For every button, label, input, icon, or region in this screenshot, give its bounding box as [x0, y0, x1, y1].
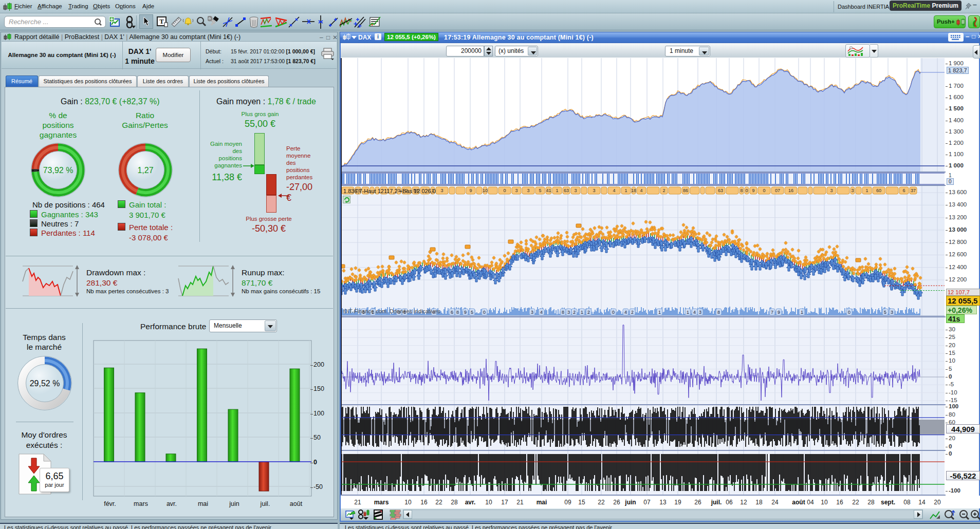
- svg-text:37: 37: [911, 188, 916, 193]
- svg-text:9: 9: [464, 310, 467, 315]
- svg-text:2: 2: [587, 310, 590, 315]
- svg-text:9: 9: [469, 188, 472, 193]
- svg-text:9: 9: [752, 188, 754, 193]
- svg-text:2: 2: [573, 310, 576, 315]
- svg-text:07: 07: [775, 188, 780, 193]
- svg-text:1: 1: [556, 188, 558, 193]
- svg-text:3: 3: [851, 188, 854, 193]
- svg-text:3: 3: [699, 310, 701, 315]
- svg-text:8: 8: [740, 188, 743, 193]
- svg-text:16: 16: [788, 188, 793, 193]
- svg-text:7: 7: [771, 310, 773, 315]
- svg-text:T: T: [159, 17, 164, 25]
- svg-text:0: 0: [745, 188, 748, 193]
- svg-text:4: 4: [693, 310, 696, 315]
- svg-text:4: 4: [640, 188, 642, 193]
- svg-text:3: 3: [527, 188, 529, 193]
- svg-text:5: 5: [884, 310, 886, 315]
- svg-text:73,92 %: 73,92 %: [43, 166, 73, 175]
- svg-text:1: 1: [658, 310, 661, 315]
- svg-text:41: 41: [546, 188, 551, 193]
- svg-text:86: 86: [683, 188, 688, 193]
- svg-text:9: 9: [778, 310, 780, 315]
- svg-text:1: 1: [687, 310, 689, 315]
- svg-text:5: 5: [539, 188, 541, 193]
- svg-text:1: 1: [624, 188, 627, 193]
- svg-text:63: 63: [564, 188, 569, 193]
- svg-text:6: 6: [451, 310, 453, 315]
- svg-text:0: 0: [612, 310, 615, 315]
- svg-text:1,27: 1,27: [137, 166, 153, 175]
- svg-text:3: 3: [567, 310, 570, 315]
- svg-text:0: 0: [503, 188, 506, 193]
- svg-text:5: 5: [471, 310, 473, 315]
- svg-text:4: 4: [540, 310, 543, 315]
- svg-text:2: 2: [631, 310, 634, 315]
- svg-text:1: 1: [801, 310, 803, 315]
- svg-text:0: 0: [848, 310, 850, 315]
- svg-text:8: 8: [717, 310, 720, 315]
- svg-text:63: 63: [718, 188, 723, 193]
- svg-text:60: 60: [876, 188, 881, 193]
- svg-text:10: 10: [483, 188, 488, 193]
- svg-text:3: 3: [440, 188, 443, 193]
- svg-text:1: 1: [865, 188, 868, 193]
- svg-text:3: 3: [574, 188, 577, 193]
- svg-text:0: 0: [483, 310, 486, 315]
- svg-text:4: 4: [613, 188, 615, 193]
- svg-text:3: 3: [891, 310, 893, 315]
- svg-text:0: 0: [763, 188, 765, 193]
- svg-text:8: 8: [562, 310, 564, 315]
- svg-text:3: 3: [830, 188, 833, 193]
- svg-text:4: 4: [624, 310, 627, 315]
- svg-text:18: 18: [631, 188, 636, 193]
- svg-text:1: 1: [581, 310, 583, 315]
- svg-text:8: 8: [456, 310, 459, 315]
- svg-text:6: 6: [902, 188, 905, 193]
- svg-text:3: 3: [593, 188, 595, 193]
- svg-text:3: 3: [531, 310, 533, 315]
- svg-text:29,52 %: 29,52 %: [30, 379, 60, 388]
- svg-text:2: 2: [662, 188, 665, 193]
- svg-text:3: 3: [515, 188, 517, 193]
